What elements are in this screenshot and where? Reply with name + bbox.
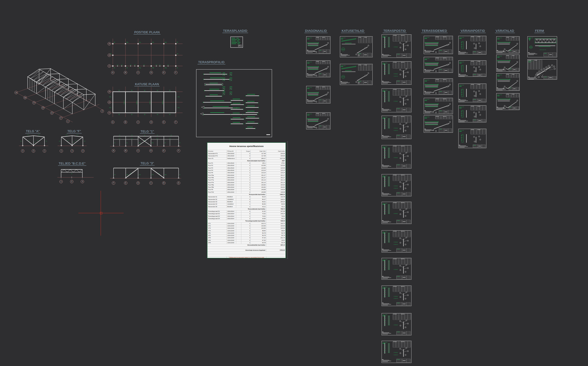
svg-text:LÕIGE A-A: LÕIGE A-A: [393, 157, 398, 158]
member-label: P1: [34, 142, 36, 143]
svg-text:Valmistada: Valmistada: [459, 61, 464, 62]
member-label: KT1: [66, 134, 68, 136]
spec-subtotal-row: Väravadetailide kaal kokku:925,13: [208, 244, 286, 246]
member-label: S4: [169, 114, 171, 115]
detail-sheet-väratalad-2[interactable]: Valmistada: [496, 54, 520, 72]
detail-sheet-teraspostid-5[interactable]: ValmistadaLÕIGE A-A: [382, 145, 412, 168]
spec-row: Terasdiagonaal D2100x100x4272,62145,24: [208, 213, 286, 215]
member-label: S2: [157, 135, 158, 136]
detail-sheet-väravapostid-1[interactable]: Valmistada: [458, 36, 486, 54]
detail-sheet-teraspostid-7[interactable]: ValmistadaLÕIGE A-A: [382, 202, 412, 224]
member-label: S1: [118, 90, 120, 91]
svg-text:1: 1: [44, 150, 45, 152]
svg-text:A: A: [112, 72, 114, 73]
detail-sheet-ferm-1[interactable]: ValmistadaValmistada 4 tk: [527, 36, 557, 57]
member-label: KT2: [178, 96, 180, 98]
svg-text:E: E: [163, 150, 165, 151]
detail-sheet-teraspostid-4[interactable]: ValmistadaLÕIGE A-ALÕIGE B-B: [382, 116, 412, 139]
cad-model-space[interactable]: POSTIDE PLAAN KATUSE PLAAN TERASPLAADID …: [0, 0, 588, 366]
steel-profiles-panel[interactable]: [196, 69, 272, 137]
detail-sheet-terassidemed-5[interactable]: Valmistada: [424, 115, 453, 133]
member-label: P8b: [165, 42, 167, 43]
detail-sheet-katusetalad-2[interactable]: Valmistada: [340, 64, 373, 85]
svg-text:Valmistada: Valmistada: [382, 231, 387, 232]
svg-text:2: 2: [33, 150, 34, 152]
svg-text:1: 1: [67, 121, 68, 122]
gable-frame-elevation[interactable]: KT1KT2D1D1P6P1P9123: [56, 135, 95, 154]
svg-text:E: E: [163, 121, 165, 123]
member-label: S2: [131, 135, 133, 136]
detail-sheet-terassidemed-3[interactable]: Valmistada: [424, 78, 453, 95]
detail-sheet-ferm-2[interactable]: Valmistada: [527, 59, 557, 80]
detail-sheet-teraspostid-6[interactable]: ValmistadaLÕIGE A-ALÕIGE B-B: [382, 174, 412, 196]
isometric-view[interactable]: ABCDEF12: [15, 64, 104, 122]
svg-text:LÕIGE B-B: LÕIGE B-B: [393, 130, 398, 131]
detail-sheet-diagonaalid-1[interactable]: Valmistada: [306, 36, 330, 54]
crosshair-pickbox: [100, 212, 102, 214]
svg-text:F: F: [175, 72, 176, 73]
spec-row: Post P6b200x100x61151,27151,27: [208, 176, 286, 179]
svg-text:D: D: [151, 150, 152, 151]
detail-sheet-teraspostid-8[interactable]: ValmistadaLÕIGE A-ALÕIGE B-B: [382, 230, 412, 252]
detail-sheet-katusetalad-1[interactable]: Valmistada: [340, 36, 373, 57]
detail-sheet-väravapostid-5[interactable]: Valmistada: [458, 129, 486, 148]
svg-text:Valmistada: Valmistada: [382, 62, 387, 63]
member-label: P1: [177, 53, 178, 54]
svg-text:D: D: [151, 121, 152, 123]
member-label: FERM F1: [149, 100, 151, 104]
title-terasplaadid: TERASPLAADID: [222, 29, 248, 33]
detail-sheet-teraspostid-2[interactable]: ValmistadaLÕIGE A-ALÕIGE B-B: [382, 61, 412, 85]
long-elevation-axis3[interactable]: P8P6BP7BP7AP6AP1D2D2FEDCBA: [108, 165, 183, 187]
detail-sheet-teraspostid-10[interactable]: ValmistadaLÕIGE A-ALÕIGE B-B: [382, 285, 412, 306]
spec-row: Post P7b200x100x61151,14151,14: [208, 181, 286, 184]
col-header-katusetalad: KATUSETALAD: [341, 29, 365, 33]
svg-text:1: 1: [109, 112, 110, 114]
svg-text:C: C: [138, 121, 139, 123]
detail-sheet-väravapostid-4[interactable]: Valmistada: [458, 105, 486, 122]
svg-text:Valmistada: Valmistada: [425, 79, 429, 81]
svg-text:A: A: [16, 92, 17, 93]
member-label: P6: [20, 141, 22, 142]
gable-frame-elevation[interactable]: KT1KT2D1D1P6P1P9321: [14, 135, 53, 154]
member-label: P6: [114, 42, 115, 43]
member-label: P1: [177, 67, 178, 69]
member-label: P6B: [126, 174, 128, 175]
detail-sheet-väravapostid-3[interactable]: Valmistada: [458, 84, 486, 102]
detail-sheet-terassidemed-4[interactable]: Valmistada: [424, 98, 453, 114]
svg-text:2: 2: [102, 110, 103, 112]
specification-table[interactable]: Hoone terasosa spetsifikatsioonNimetusPõ…: [207, 142, 286, 258]
detail-sheet-diagonaalid-3[interactable]: Valmistada: [306, 86, 330, 103]
spec-row: VP3120x120x5367,25201,75: [208, 237, 286, 239]
spec-row: Post P5150x150x51123,24123,24: [208, 172, 286, 174]
detail-sheet-väratalad-4[interactable]: Valmistada: [496, 93, 520, 110]
detail-sheet-diagonaalid-4[interactable]: Valmistada: [306, 112, 330, 130]
title-telg-a: TELG "A": [25, 130, 40, 133]
spec-row: Post P8a200x100x61154,84154,84: [208, 184, 286, 186]
svg-text:3: 3: [22, 150, 23, 152]
long-elevation-axis1[interactable]: P9P8P6AP6BP8P9S1S2S3S2S4VT1VT2D3VT3VT4AB…: [108, 134, 183, 156]
steel-plates-card[interactable]: [230, 37, 243, 48]
svg-text:1: 1: [61, 150, 62, 152]
detail-sheet-terassidemed-1[interactable]: Valmistada: [424, 36, 453, 54]
member-label: vp3: [117, 64, 118, 65]
posts-plan[interactable]: P6P2P6aP3P7aP6aP7bP6bP8bP8aP9P1P1P1vp3vp…: [107, 29, 186, 85]
member-label: KT2: [76, 134, 78, 136]
svg-text:E: E: [52, 112, 53, 114]
detail-sheet-teraspostid-3[interactable]: ValmistadaLÕIGE A-A: [382, 88, 412, 112]
title-telg-3: TELG "3": [140, 161, 154, 165]
detail-sheet-väravapostid-2[interactable]: Valmistada: [458, 60, 486, 77]
detail-sheet-väratalad-1[interactable]: Valmistada: [496, 36, 520, 53]
detail-sheet-diagonaalid-2[interactable]: Valmistada: [306, 60, 330, 77]
detail-sheet-teraspostid-11[interactable]: ValmistadaLÕIGE A-A: [382, 313, 412, 335]
roof-plan[interactable]: FERM F1FERM F1FERM F1FERM F1S1S1S2S2S3S3…: [107, 80, 186, 128]
member-label: P6: [59, 141, 60, 142]
detail-sheet-teraspostid-1[interactable]: ValmistadaLÕIGE A-A: [382, 34, 412, 58]
svg-text:A: A: [113, 150, 114, 151]
truss-frame-elevation[interactable]: F1123: [56, 167, 96, 188]
detail-sheet-teraspostid-12[interactable]: ValmistadaLÕIGE A-ALÕIGE B-B: [382, 341, 412, 363]
member-label: P9: [114, 142, 116, 144]
svg-text:3: 3: [82, 181, 83, 182]
detail-sheet-teraspostid-9[interactable]: ValmistadaLÕIGE A-A: [382, 258, 412, 280]
detail-sheet-terassidemed-2[interactable]: Valmistada: [424, 57, 453, 73]
detail-sheet-väratalad-3[interactable]: Valmistada: [496, 73, 520, 91]
